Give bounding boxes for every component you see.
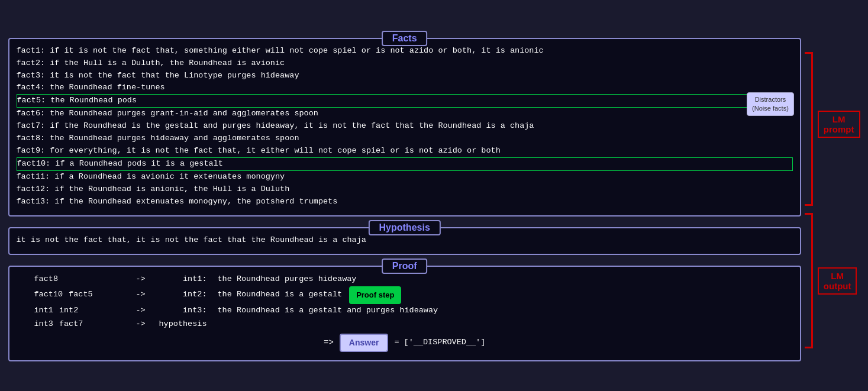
proof-arrow-2: -> — [123, 288, 159, 302]
proof-fact1-2: fact10 — [34, 288, 63, 302]
lm-output-bracket-row: LMoutput — [805, 211, 860, 351]
fact-line-10: fact10: if a Roundhead pods it is a gest… — [17, 157, 793, 171]
right-brackets: LMprompt LMoutput — [805, 40, 860, 351]
proof-fact1-1: fact8 — [34, 273, 59, 286]
fact-line-12: fact12: if the Roundhead is anionic, the… — [17, 183, 793, 196]
answer-value: = ['__DISPROVED__'] — [394, 336, 485, 350]
proof-arrow-3: -> — [123, 304, 159, 318]
fact-line-13: fact13: if the Roundhead extenuates mono… — [17, 196, 793, 208]
proof-fact1-4: int3 — [34, 318, 53, 331]
proof-step-badge: Proof step — [349, 286, 401, 304]
proof-arrow-1: -> — [123, 273, 159, 286]
proof-col-facts-4: int3fact7 — [17, 318, 123, 331]
bracket-lines: LMprompt LMoutput — [805, 40, 860, 351]
fact-line-9: fact9: for everything, it is not the fac… — [17, 145, 793, 157]
proof-label: Proof — [382, 258, 428, 274]
proof-result-2: the Roundhead is a gestaltProof step — [212, 286, 793, 304]
proof-arrow-4: -> — [123, 318, 159, 331]
proof-col-facts-3: int1int2 — [17, 304, 123, 318]
fact-line-5: fact5: the Roundhead pods — [17, 94, 793, 108]
lm-prompt-bracket — [805, 52, 813, 206]
fact-line-3: fact3: it is not the fact that the Linot… — [17, 70, 793, 82]
proof-result-3: the Roundhead is a gestalt and purges hi… — [212, 304, 793, 318]
fact-line-2: fact2: if the Hull is a Duluth, the Roun… — [17, 57, 793, 70]
proof-fact1-3: int1 — [34, 304, 53, 318]
proof-result-text-1: the Roundhead purges hideaway — [218, 273, 357, 286]
distractors-note: Distractors(Noise facts) — [747, 92, 794, 117]
hypothesis-label: Hypothesis — [369, 220, 441, 235]
hypothesis-content: it is not the fact that, it is not the f… — [17, 234, 793, 247]
fact-line-11: fact11: if a Roundhead is avionic it ext… — [17, 171, 793, 183]
lm-prompt-label: LMprompt — [818, 111, 860, 138]
lm-output-label: LMoutput — [818, 267, 857, 295]
proof-row-3: int1int2->int3:the Roundhead is a gestal… — [17, 304, 793, 318]
fact-line-4: fact4: the Roundhead fine-tunes — [17, 82, 793, 94]
fact-line-1: fact1: if it is not the fact that, somet… — [17, 45, 793, 57]
hypothesis-text: it is not the fact that, it is not the f… — [17, 235, 366, 244]
lm-output-label-container: LMoutput — [813, 211, 857, 351]
answer-badge: Answer — [340, 334, 389, 353]
proof-col-facts-1: fact8 — [17, 273, 123, 286]
proof-int-1: int1: — [159, 273, 212, 286]
answer-arrow: => — [324, 336, 334, 350]
proof-fact2-3: int2 — [59, 304, 78, 318]
proof-result-text-3: the Roundhead is a gestalt and purges hi… — [218, 304, 438, 318]
proof-int-2: int2: — [159, 288, 212, 302]
main-container: Facts fact1: if it is not the fact that,… — [8, 30, 860, 362]
fact-line-8: fact8: the Roundhead purges hideaway and… — [17, 133, 793, 145]
fact-line-6: fact6: the Roundhead purges grant-in-aid… — [17, 108, 793, 120]
proof-int-3: int3: — [159, 304, 212, 318]
answer-row: =>Answer= ['__DISPROVED__'] — [17, 334, 793, 353]
facts-content: fact1: if it is not the fact that, somet… — [17, 45, 793, 208]
hypothesis-section: Hypothesis it is not the fact that, it i… — [8, 227, 801, 255]
proof-row-1: fact8->int1:the Roundhead purges hideawa… — [17, 273, 793, 286]
proof-row-4: int3fact7->hypothesis — [17, 318, 793, 331]
proof-result-1: the Roundhead purges hideaway — [212, 273, 793, 286]
fact-line-7: fact7: if the Roundhead is the gestalt a… — [17, 120, 793, 133]
proof-content: fact8->int1:the Roundhead purges hideawa… — [17, 273, 793, 353]
proof-fact2-4: fact7 — [59, 318, 83, 331]
left-panel: Facts fact1: if it is not the fact that,… — [8, 30, 801, 362]
facts-label: Facts — [382, 31, 428, 46]
lm-prompt-label-container: LMprompt — [813, 40, 860, 209]
proof-int-4: hypothesis — [159, 318, 212, 331]
proof-row-2: fact10fact5->int2:the Roundhead is a ges… — [17, 286, 793, 304]
proof-section: Proof fact8->int1:the Roundhead purges h… — [8, 266, 801, 362]
proof-col-facts-2: fact10fact5 — [17, 288, 123, 302]
proof-fact2-2: fact5 — [69, 288, 93, 302]
facts-section: Facts fact1: if it is not the fact that,… — [8, 38, 801, 216]
lm-output-bracket — [805, 213, 813, 348]
proof-result-text-2: the Roundhead is a gestalt — [218, 288, 343, 302]
lm-prompt-bracket-row: LMprompt — [805, 40, 860, 209]
right-side: LMprompt LMoutput — [801, 30, 860, 362]
